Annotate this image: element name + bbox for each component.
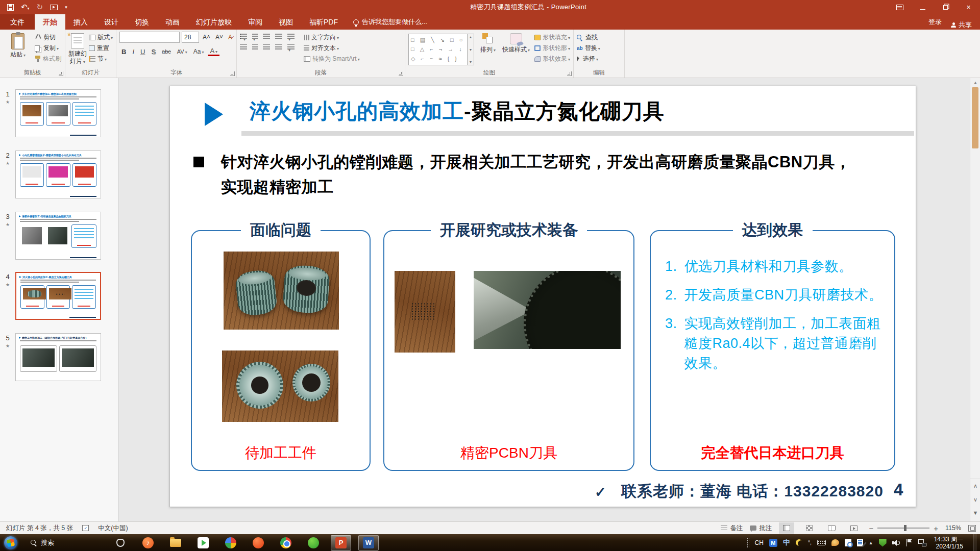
line-spacing-button[interactable] [287, 34, 295, 39]
copy-button[interactable]: 复制 [35, 44, 61, 53]
reading-view-button[interactable] [824, 522, 839, 534]
shape-fill-button[interactable]: 形状填充 [534, 33, 570, 42]
start-button[interactable] [4, 536, 17, 549]
taskbar-app-music[interactable]: ♪ [138, 535, 158, 550]
previous-slide-button[interactable]: ∧ [970, 479, 980, 492]
clipboard-dialog-launcher[interactable] [59, 71, 63, 76]
taskbar-app-chrome[interactable] [276, 535, 296, 550]
taskbar-app-powerpoint-active[interactable]: P [331, 535, 351, 550]
share-button[interactable]: 共享 [951, 20, 980, 30]
text-shadow-button[interactable]: S [149, 48, 158, 56]
shapes-row-1[interactable]: □ ▤ ╲ ↘ □ ○ [411, 37, 465, 43]
tab-animations[interactable]: 动画 [157, 14, 188, 30]
shapes-gallery[interactable]: □ ▤ ╲ ↘ □ ○ □ △ ⌐ ¬ → ↓ ◇ ⌐ ~ ≈ { } [408, 34, 468, 65]
paragraph-dialog-launcher[interactable] [399, 71, 403, 76]
thumbnail-slide-4-selected[interactable]: 4★ 淬火钢小孔的高效加工-聚晶立方氮化硼刀具 [0, 272, 101, 320]
thumbnail-slide-3[interactable]: 3★ 薄壁件精密加工-高研磨质量聚晶金刚石刀具 [0, 212, 101, 260]
shapes-row-3[interactable]: ◇ ⌐ ~ ≈ { } [411, 56, 465, 62]
bullets-button[interactable] [240, 34, 247, 39]
taskbar-app-explorer[interactable] [165, 535, 186, 550]
taskbar-clock[interactable]: 14:33 周一 2024/1/15 [932, 536, 967, 550]
increase-indent-button[interactable] [275, 34, 282, 39]
tab-insert[interactable]: 插入 [65, 14, 96, 30]
tab-design[interactable]: 设计 [96, 14, 127, 30]
tab-view[interactable]: 视图 [271, 14, 301, 30]
thumbnail-slide-2[interactable]: 2★ 小内孔精密镗削技术-精密成型精密小内孔长寿命刀具 [0, 151, 101, 198]
tab-file[interactable]: 文件 [0, 14, 35, 30]
scrollbar-thumb[interactable] [972, 87, 978, 148]
ime-m-icon[interactable]: M [769, 539, 777, 547]
security-shield-icon[interactable] [879, 539, 887, 547]
ime-chinese-icon[interactable]: 中 [783, 538, 790, 547]
zoom-slider-thumb[interactable] [904, 525, 906, 531]
punctuation-indicator[interactable]: °, [808, 540, 812, 545]
shapes-gallery-scroll[interactable]: ▲▼▼ [468, 34, 474, 65]
replace-button[interactable]: ab替换 [577, 44, 600, 53]
volume-icon[interactable] [892, 539, 900, 546]
numbering-button[interactable] [252, 34, 258, 39]
align-left-button[interactable] [240, 44, 247, 50]
font-size-input[interactable] [182, 32, 199, 43]
tab-foxit-pdf[interactable]: 福昕PDF [301, 14, 346, 30]
sign-in-button[interactable]: 登录 [919, 14, 951, 30]
shape-outline-button[interactable]: 形状轮廓 [534, 44, 570, 53]
tray-expand-arrow[interactable]: ▲ [869, 540, 873, 545]
close-button[interactable]: × [957, 0, 980, 14]
shape-effects-button[interactable]: 形状效果 [534, 55, 570, 63]
justify-button[interactable] [275, 44, 282, 50]
scroll-up-arrow[interactable]: ▲ [970, 78, 980, 87]
cut-button[interactable]: 剪切 [35, 33, 61, 42]
zoom-in-button[interactable]: + [934, 524, 938, 533]
document-pencil-icon[interactable] [857, 539, 863, 546]
font-color-button[interactable]: A [208, 47, 219, 56]
slide-body-text[interactable]: 针对淬火钢小孔的镗削难题，开展相关加工工艺研究，开发出高研磨质量聚晶CBN刀具，… [221, 149, 905, 199]
comments-toggle[interactable]: 批注 [750, 524, 772, 533]
shapes-row-2[interactable]: □ △ ⌐ ¬ → ↓ [411, 46, 465, 53]
zoom-out-button[interactable]: − [869, 524, 873, 533]
customize-qat-icon[interactable]: ▾ [65, 5, 67, 10]
tab-review[interactable]: 审阅 [240, 14, 271, 30]
search-document-icon[interactable] [845, 539, 851, 546]
slideshow-view-button[interactable] [846, 522, 862, 534]
thumbnail-slide-5[interactable]: 5★ 精密工件协同加工（磁混合作用场+气门/飞轮类高温合金） [0, 333, 101, 381]
notes-toggle[interactable]: 备注 [721, 524, 743, 533]
align-center-button[interactable] [252, 44, 258, 50]
taskbar-app-bell[interactable] [110, 535, 131, 550]
font-name-input[interactable] [119, 32, 180, 43]
slide-canvas[interactable]: 淬火钢小孔的高效加工-聚晶立方氮化硼刀具 针对淬火钢小孔的镗削难题，开展相关加工… [169, 86, 916, 507]
grow-font-button[interactable]: A˄ [201, 34, 212, 41]
next-slide-button[interactable]: ∨ [970, 493, 980, 506]
tab-home[interactable]: 开始 [35, 14, 65, 30]
taskbar-app-browser-2[interactable] [248, 535, 268, 550]
show-desktop-button[interactable] [973, 534, 977, 551]
decrease-indent-button[interactable] [263, 34, 270, 39]
box-research[interactable]: 开展研究或技术装备 精密PCBN刀具 [383, 230, 634, 471]
change-case-button[interactable]: Aa [191, 48, 206, 55]
thumbnail-slide-1[interactable]: 1★ 大长径比薄壁件精密加工-精密加工表面质量控制 [0, 89, 101, 137]
restore-button[interactable] [934, 0, 957, 14]
italic-button[interactable]: I [130, 48, 136, 56]
taskbar-app-video[interactable] [193, 535, 213, 550]
zoom-level[interactable]: 115% [945, 524, 961, 532]
scroll-down-arrow[interactable]: ▼ [970, 506, 980, 519]
taskbar-app-browser-1[interactable] [220, 535, 241, 550]
soft-keyboard-icon[interactable] [817, 540, 826, 545]
tell-me-box[interactable]: 告诉我您想要做什么... [346, 14, 434, 30]
bold-button[interactable]: B [119, 48, 128, 56]
tab-slideshow[interactable]: 幻灯片放映 [188, 14, 240, 30]
taskbar-app-word[interactable]: W [358, 535, 379, 550]
paste-button[interactable]: 粘贴 [3, 32, 33, 68]
convert-smartart-button[interactable]: 转换为 SmartArt [304, 55, 360, 63]
new-slide-button[interactable]: 新建幻灯片 [68, 32, 87, 68]
normal-view-button[interactable] [779, 522, 794, 534]
strikethrough-button[interactable]: abc [160, 48, 173, 55]
font-dialog-launcher[interactable] [230, 71, 235, 76]
box-results[interactable]: 达到效果 1.优选刀具材料和刀具参数。 2.开发高质量CBN刀具研磨技术。 3.… [650, 230, 895, 471]
box-problems[interactable]: 面临问题 待加工工件 [191, 230, 371, 471]
text-direction-button[interactable]: 文字方向 [304, 33, 360, 42]
vertical-scrollbar[interactable]: ▲ ∧ ∨ ▼ [970, 78, 980, 521]
ribbon-display-options-button[interactable] [888, 0, 911, 14]
slide-title[interactable]: 淬火钢小孔的高效加工-聚晶立方氮化硼刀具 [250, 97, 665, 126]
select-button[interactable]: 选择 [577, 55, 600, 63]
taskbar-search[interactable]: 搜索 [31, 538, 54, 547]
